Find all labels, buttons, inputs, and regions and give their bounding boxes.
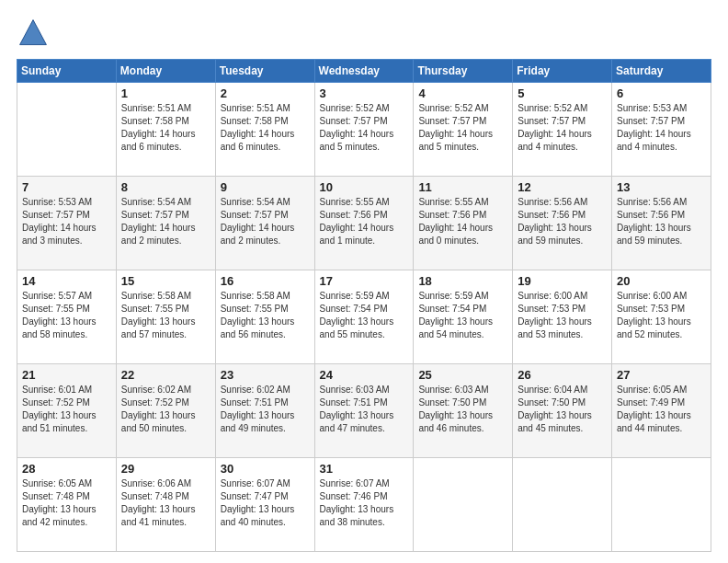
calendar-day-cell: 14 Sunrise: 5:57 AMSunset: 7:55 PMDaylig… (17, 270, 117, 364)
day-info: Sunrise: 5:52 AMSunset: 7:57 PMDaylight:… (418, 103, 493, 152)
calendar-day-cell: 24 Sunrise: 6:03 AMSunset: 7:51 PMDaylig… (314, 364, 414, 458)
calendar-week-row: 1 Sunrise: 5:51 AMSunset: 7:58 PMDayligh… (17, 83, 711, 177)
day-number: 24 (320, 368, 409, 382)
calendar-day-cell: 2 Sunrise: 5:51 AMSunset: 7:58 PMDayligh… (215, 83, 314, 177)
day-info: Sunrise: 5:54 AMSunset: 7:57 PMDaylight:… (221, 197, 295, 246)
calendar-day-cell: 17 Sunrise: 5:59 AMSunset: 7:54 PMDaylig… (314, 270, 414, 364)
calendar-day-cell: 12 Sunrise: 5:56 AMSunset: 7:56 PMDaylig… (513, 177, 612, 270)
day-number: 29 (121, 462, 210, 476)
calendar-day-cell (612, 458, 711, 552)
day-number: 14 (22, 274, 111, 288)
day-number: 25 (418, 368, 507, 382)
day-info: Sunrise: 5:52 AMSunset: 7:57 PMDaylight:… (320, 103, 394, 152)
day-number: 11 (418, 180, 507, 194)
svg-marker-0 (20, 20, 47, 45)
calendar-week-row: 14 Sunrise: 5:57 AMSunset: 7:55 PMDaylig… (17, 270, 711, 364)
day-info: Sunrise: 6:00 AMSunset: 7:53 PMDaylight:… (518, 291, 592, 339)
calendar-day-cell: 9 Sunrise: 5:54 AMSunset: 7:57 PMDayligh… (215, 177, 314, 270)
header (17, 17, 711, 50)
day-info: Sunrise: 5:56 AMSunset: 7:56 PMDaylight:… (617, 197, 691, 246)
calendar-day-cell: 13 Sunrise: 5:56 AMSunset: 7:56 PMDaylig… (612, 177, 711, 270)
calendar-day-cell: 8 Sunrise: 5:54 AMSunset: 7:57 PMDayligh… (116, 177, 215, 270)
day-info: Sunrise: 5:53 AMSunset: 7:57 PMDaylight:… (617, 103, 691, 152)
weekday-header: Thursday (414, 60, 513, 83)
day-number: 20 (617, 274, 706, 288)
calendar-day-cell: 21 Sunrise: 6:01 AMSunset: 7:52 PMDaylig… (17, 364, 117, 458)
day-info: Sunrise: 6:05 AMSunset: 7:48 PMDaylight:… (22, 478, 97, 527)
day-number: 7 (22, 180, 111, 194)
day-number: 2 (221, 86, 310, 100)
calendar-table: SundayMondayTuesdayWednesdayThursdayFrid… (17, 59, 711, 552)
day-info: Sunrise: 6:03 AMSunset: 7:51 PMDaylight:… (320, 385, 394, 433)
calendar-day-cell: 16 Sunrise: 5:58 AMSunset: 7:55 PMDaylig… (215, 270, 314, 364)
weekday-header: Wednesday (314, 60, 414, 83)
day-info: Sunrise: 5:52 AMSunset: 7:57 PMDaylight:… (518, 103, 592, 152)
day-info: Sunrise: 5:57 AMSunset: 7:55 PMDaylight:… (22, 291, 97, 339)
day-number: 9 (221, 180, 310, 194)
calendar-day-cell (513, 458, 612, 552)
calendar-day-cell: 1 Sunrise: 5:51 AMSunset: 7:58 PMDayligh… (116, 83, 215, 177)
day-info: Sunrise: 5:58 AMSunset: 7:55 PMDaylight:… (221, 291, 295, 339)
day-number: 28 (22, 462, 111, 476)
day-number: 31 (320, 462, 409, 476)
calendar-day-cell: 28 Sunrise: 6:05 AMSunset: 7:48 PMDaylig… (17, 458, 117, 552)
day-info: Sunrise: 6:04 AMSunset: 7:50 PMDaylight:… (518, 385, 592, 433)
day-number: 22 (121, 368, 210, 382)
calendar-day-cell: 18 Sunrise: 5:59 AMSunset: 7:54 PMDaylig… (414, 270, 513, 364)
calendar-day-cell: 29 Sunrise: 6:06 AMSunset: 7:48 PMDaylig… (116, 458, 215, 552)
calendar-day-cell (17, 83, 117, 177)
day-info: Sunrise: 6:02 AMSunset: 7:52 PMDaylight:… (121, 385, 196, 433)
calendar-day-cell: 25 Sunrise: 6:03 AMSunset: 7:50 PMDaylig… (414, 364, 513, 458)
calendar-day-cell: 7 Sunrise: 5:53 AMSunset: 7:57 PMDayligh… (17, 177, 117, 270)
calendar-day-cell: 27 Sunrise: 6:05 AMSunset: 7:49 PMDaylig… (612, 364, 711, 458)
weekday-header: Saturday (612, 60, 711, 83)
calendar-day-cell: 31 Sunrise: 6:07 AMSunset: 7:46 PMDaylig… (314, 458, 414, 552)
calendar-day-cell: 20 Sunrise: 6:00 AMSunset: 7:53 PMDaylig… (612, 270, 711, 364)
weekday-header: Monday (116, 60, 215, 83)
day-number: 6 (617, 86, 706, 100)
calendar-day-cell: 23 Sunrise: 6:02 AMSunset: 7:51 PMDaylig… (215, 364, 314, 458)
day-info: Sunrise: 5:56 AMSunset: 7:56 PMDaylight:… (518, 197, 592, 246)
day-number: 27 (617, 368, 706, 382)
day-number: 18 (418, 274, 507, 288)
day-number: 17 (320, 274, 409, 288)
day-number: 19 (518, 274, 607, 288)
weekday-header: Sunday (17, 60, 117, 83)
day-info: Sunrise: 6:00 AMSunset: 7:53 PMDaylight:… (617, 291, 691, 339)
calendar-week-row: 28 Sunrise: 6:05 AMSunset: 7:48 PMDaylig… (17, 458, 711, 552)
day-number: 16 (221, 274, 310, 288)
day-number: 5 (518, 86, 607, 100)
day-info: Sunrise: 5:51 AMSunset: 7:58 PMDaylight:… (121, 103, 196, 152)
calendar-day-cell: 30 Sunrise: 6:07 AMSunset: 7:47 PMDaylig… (215, 458, 314, 552)
day-number: 12 (518, 180, 607, 194)
calendar-day-cell: 4 Sunrise: 5:52 AMSunset: 7:57 PMDayligh… (414, 83, 513, 177)
day-info: Sunrise: 6:01 AMSunset: 7:52 PMDaylight:… (22, 385, 97, 433)
weekday-header: Tuesday (215, 60, 314, 83)
calendar-week-row: 7 Sunrise: 5:53 AMSunset: 7:57 PMDayligh… (17, 177, 711, 270)
calendar-week-row: 21 Sunrise: 6:01 AMSunset: 7:52 PMDaylig… (17, 364, 711, 458)
calendar-day-cell: 10 Sunrise: 5:55 AMSunset: 7:56 PMDaylig… (314, 177, 414, 270)
calendar-day-cell (414, 458, 513, 552)
page: SundayMondayTuesdayWednesdayThursdayFrid… (0, 0, 728, 563)
day-number: 13 (617, 180, 706, 194)
day-number: 8 (121, 180, 210, 194)
calendar-header-row: SundayMondayTuesdayWednesdayThursdayFrid… (17, 60, 711, 83)
calendar-day-cell: 19 Sunrise: 6:00 AMSunset: 7:53 PMDaylig… (513, 270, 612, 364)
calendar-day-cell: 6 Sunrise: 5:53 AMSunset: 7:57 PMDayligh… (612, 83, 711, 177)
day-info: Sunrise: 5:51 AMSunset: 7:58 PMDaylight:… (221, 103, 295, 152)
calendar-day-cell: 5 Sunrise: 5:52 AMSunset: 7:57 PMDayligh… (513, 83, 612, 177)
day-info: Sunrise: 5:59 AMSunset: 7:54 PMDaylight:… (320, 291, 394, 339)
logo-icon (17, 17, 50, 50)
day-info: Sunrise: 6:05 AMSunset: 7:49 PMDaylight:… (617, 385, 691, 433)
day-info: Sunrise: 5:54 AMSunset: 7:57 PMDaylight:… (121, 197, 196, 246)
day-info: Sunrise: 6:06 AMSunset: 7:48 PMDaylight:… (121, 478, 196, 527)
day-info: Sunrise: 5:58 AMSunset: 7:55 PMDaylight:… (121, 291, 196, 339)
day-info: Sunrise: 5:55 AMSunset: 7:56 PMDaylight:… (418, 197, 493, 246)
day-info: Sunrise: 5:53 AMSunset: 7:57 PMDaylight:… (22, 197, 97, 246)
day-info: Sunrise: 5:59 AMSunset: 7:54 PMDaylight:… (418, 291, 493, 339)
day-number: 15 (121, 274, 210, 288)
day-info: Sunrise: 6:03 AMSunset: 7:50 PMDaylight:… (418, 385, 493, 433)
day-number: 26 (518, 368, 607, 382)
day-number: 3 (320, 86, 409, 100)
day-number: 21 (22, 368, 111, 382)
